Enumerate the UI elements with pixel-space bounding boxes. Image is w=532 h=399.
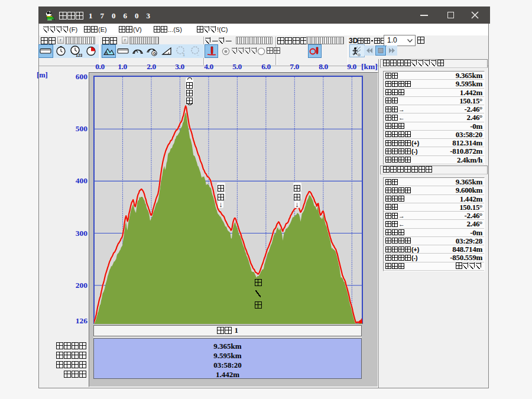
svg-text:O: O <box>358 53 361 57</box>
svg-text:123: 123 <box>76 53 82 57</box>
svg-text:1: 1 <box>183 53 185 57</box>
svg-text:G: G <box>153 51 156 56</box>
svg-text:..: .. <box>197 52 199 56</box>
